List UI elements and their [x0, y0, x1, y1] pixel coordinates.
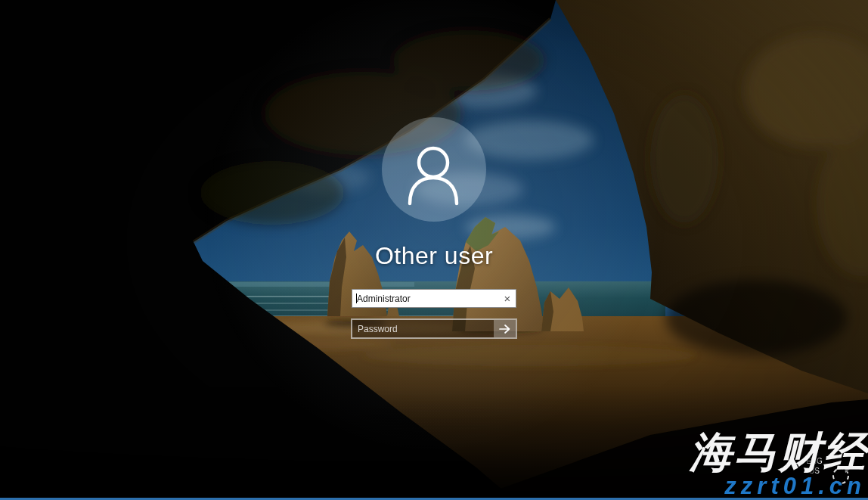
- close-icon: ×: [504, 293, 511, 304]
- other-user-title: Other user: [305, 242, 563, 270]
- text-caret: [356, 293, 357, 303]
- clear-text-button[interactable]: ×: [499, 290, 516, 307]
- person-icon: [382, 117, 486, 222]
- password-field[interactable]: [351, 318, 517, 339]
- username-input[interactable]: [352, 290, 516, 307]
- password-input[interactable]: [352, 320, 493, 337]
- submit-button[interactable]: [494, 320, 516, 337]
- username-field[interactable]: ×: [352, 289, 516, 308]
- watermark-brand-text: 海马财经: [690, 431, 868, 474]
- submit-arrow-icon: [498, 324, 512, 334]
- windows-login-screen: Other user × ENG US 海马财经 zzrt01.cn: [0, 0, 868, 500]
- avatar: [382, 117, 486, 222]
- watermark-site-text: zzrt01.cn: [690, 474, 868, 498]
- watermark: 海马财经 zzrt01.cn: [690, 431, 868, 498]
